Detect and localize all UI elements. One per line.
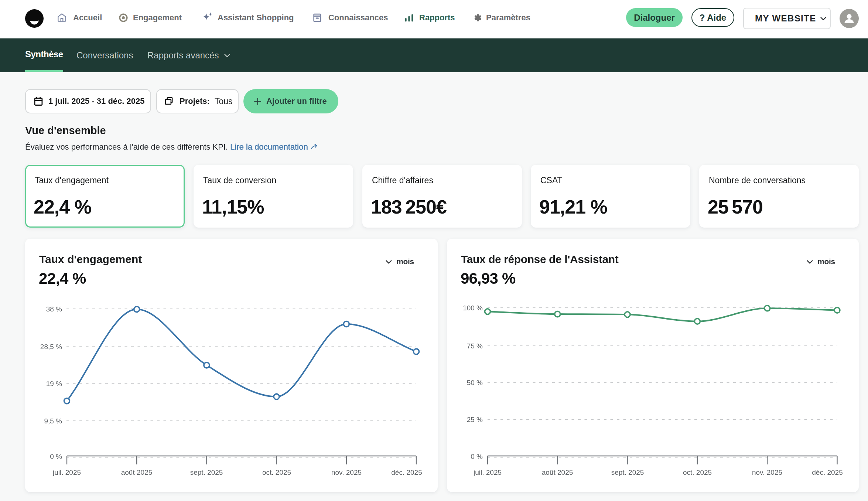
svg-text:9,5 %: 9,5 %	[44, 417, 62, 425]
svg-text:sept. 2025: sept. 2025	[611, 468, 644, 476]
svg-text:nov. 2025: nov. 2025	[752, 468, 782, 476]
svg-text:50 %: 50 %	[467, 379, 483, 386]
svg-text:août 2025: août 2025	[121, 468, 153, 476]
svg-text:0 %: 0 %	[50, 453, 62, 460]
svg-text:100 %: 100 %	[463, 304, 483, 312]
svg-text:sept. 2025: sept. 2025	[190, 468, 223, 476]
svg-text:28,5 %: 28,5 %	[40, 343, 62, 351]
svg-text:75 %: 75 %	[467, 342, 483, 350]
svg-text:juil. 2025: juil. 2025	[52, 468, 81, 476]
svg-text:déc. 2025: déc. 2025	[391, 468, 422, 476]
svg-text:août 2025: août 2025	[542, 468, 573, 476]
svg-text:oct. 2025: oct. 2025	[683, 468, 712, 476]
svg-text:oct. 2025: oct. 2025	[262, 468, 291, 476]
svg-text:juil. 2025: juil. 2025	[473, 468, 502, 476]
svg-text:38 %: 38 %	[46, 305, 62, 313]
svg-text:25 %: 25 %	[467, 416, 483, 423]
svg-text:0 %: 0 %	[471, 453, 483, 460]
svg-text:19 %: 19 %	[46, 380, 62, 388]
svg-text:nov. 2025: nov. 2025	[331, 468, 362, 476]
svg-text:déc. 2025: déc. 2025	[812, 468, 843, 476]
